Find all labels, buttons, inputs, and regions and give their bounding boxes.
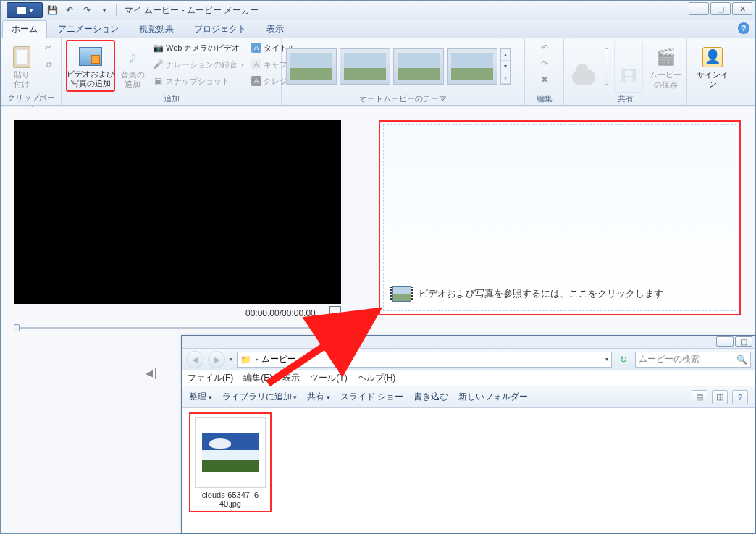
refresh-button[interactable]: ↻	[616, 352, 631, 367]
view-mode-button[interactable]: ▤	[692, 390, 707, 404]
address-bar[interactable]: 📁 ▸ ムービー ▾	[237, 352, 612, 368]
group-add: ビデオおよび 写真の追加 ♪ 音楽の 追加 📷Web カメラのビデオ 🎤ナレーシ…	[62, 38, 282, 105]
rotate-left-button[interactable]: ↶	[532, 40, 558, 56]
ex-maximize-button[interactable]: ▢	[735, 336, 752, 347]
explorer-toolbar: 整理 ライブラリに追加 共有 スライド ショー 書き込む 新しいフォルダー ▤ …	[182, 386, 755, 408]
delete-icon: ✖	[539, 74, 550, 85]
file-menu-button[interactable]: ▾	[7, 2, 43, 18]
preview-pane-button[interactable]: ◫	[712, 390, 728, 404]
group-clipboard: 貼り 付け ✂ ⧉ クリップボード	[1, 38, 62, 105]
tab-animation[interactable]: アニメーション	[49, 20, 128, 38]
explorer-window: ─ ▢ ◀ ▶ ▾ 📁 ▸ ムービー ▾ ↻ ムービーの検索 🔍 ファイル(F)…	[181, 335, 756, 534]
menu-tool[interactable]: ツール(T)	[310, 372, 347, 384]
group-automovie-label: オートムービーのテーマ	[286, 93, 520, 104]
theme-gallery: ▴▾▿	[286, 48, 511, 85]
webcam-icon: 📷	[152, 42, 164, 54]
save-movie-icon: 🎬	[654, 46, 677, 69]
microphone-icon: 🎤	[152, 59, 164, 70]
rotate-right-button[interactable]: ↷	[532, 56, 558, 72]
cloud-image-icon	[202, 433, 259, 472]
toolbar-burn[interactable]: 書き込む	[413, 391, 448, 403]
tab-visual-effects[interactable]: 視覚効果	[130, 20, 183, 38]
theme-thumb[interactable]	[447, 48, 497, 85]
save-icon[interactable]: 💾	[44, 3, 60, 17]
quick-access-toolbar: ▾ 💾 ↶ ↷ ▾	[4, 2, 119, 18]
credit-icon: A	[251, 76, 261, 86]
save-movie-label: ムービー の保存	[650, 70, 681, 90]
add-music-label: 音楽の 追加	[121, 70, 145, 90]
file-item[interactable]: clouds-65347_6 40.jpg	[189, 412, 272, 512]
folder-icon: 📁	[240, 355, 251, 365]
copy-button[interactable]: ⧉	[41, 56, 56, 72]
drop-inner[interactable]: ビデオおよび写真を参照するには、ここをクリックします	[383, 124, 736, 311]
group-edit-label: 編集	[529, 93, 559, 104]
help-button[interactable]: ?	[732, 390, 748, 404]
ribbon-tabs: ホーム アニメーション 視覚効果 プロジェクト 表示 ?	[1, 20, 755, 38]
share-placeholder-button[interactable]: 🎞	[614, 41, 643, 93]
toolbar-share[interactable]: 共有	[307, 391, 330, 403]
snapshot-icon: ▣	[152, 75, 164, 87]
seek-thumb[interactable]	[14, 324, 20, 331]
explorer-file-pane[interactable]: clouds-65347_6 40.jpg	[182, 408, 755, 533]
toolbar-add-to-library[interactable]: ライブラリに追加	[222, 391, 298, 403]
seek-bar[interactable]	[14, 324, 341, 331]
separator	[116, 4, 117, 16]
window-title: マイ ムービー - ムービー メーカー	[125, 4, 259, 17]
tab-home[interactable]: ホーム	[2, 20, 47, 38]
close-button[interactable]: ✕	[732, 2, 752, 15]
redo-icon[interactable]: ↷	[79, 3, 95, 17]
paste-button[interactable]: 貼り 付け	[5, 40, 38, 92]
clipboard-icon	[13, 46, 30, 68]
signin-button[interactable]: 👤 サインイン	[692, 40, 733, 92]
snapshot-button[interactable]: ▣スナップショット	[150, 73, 246, 89]
add-videos-photos-button[interactable]: ビデオおよび 写真の追加	[66, 40, 115, 92]
nav-back-button[interactable]: ◀	[186, 351, 203, 368]
search-input[interactable]: ムービーの検索 🔍	[635, 352, 751, 368]
tab-view[interactable]: 表示	[257, 20, 293, 38]
add-music-button[interactable]: ♪ 音楽の 追加	[118, 40, 147, 92]
group-share: 🎞 🎬 ムービー の保存 共有	[564, 38, 687, 105]
save-movie-button[interactable]: 🎬 ムービー の保存	[649, 41, 682, 93]
menu-edit[interactable]: 編集(E)	[243, 372, 272, 384]
preview-player[interactable]	[14, 120, 341, 304]
webcam-video-button[interactable]: 📷Web カメラのビデオ	[150, 40, 246, 56]
toolbar-slideshow[interactable]: スライド ショー	[340, 391, 403, 403]
minimize-button[interactable]: ─	[689, 2, 709, 15]
share-online-button[interactable]	[568, 41, 599, 93]
cut-button[interactable]: ✂	[41, 40, 56, 56]
theme-thumb[interactable]	[340, 48, 390, 85]
explorer-menubar: ファイル(F) 編集(E) 表示 ツール(T) ヘルプ(H)	[182, 370, 755, 386]
address-dropdown-icon[interactable]: ▾	[605, 356, 608, 363]
gallery-scroll[interactable]: ▴▾▿	[500, 48, 511, 85]
prev-frame-button[interactable]: ◀│	[146, 368, 159, 378]
address-path: ムービー	[261, 353, 296, 365]
help-icon[interactable]: ?	[738, 22, 749, 34]
theme-thumb[interactable]	[286, 48, 337, 85]
tab-project[interactable]: プロジェクト	[185, 20, 256, 38]
group-edit: ↶ ↷ ✖ 編集	[525, 38, 564, 105]
ex-minimize-button[interactable]: ─	[716, 336, 734, 347]
add-media-label: ビデオおよび 写真の追加	[67, 69, 114, 90]
seek-track	[14, 327, 341, 329]
group-add-label: 追加	[66, 93, 277, 104]
caption-icon: A	[251, 59, 261, 69]
storyboard-drop-panel[interactable]: ビデオおよび写真を参照するには、ここをクリックします	[379, 120, 741, 315]
menu-file[interactable]: ファイル(F)	[188, 372, 233, 384]
nav-history-dropdown[interactable]: ▾	[230, 356, 232, 363]
search-placeholder: ムービーの検索	[639, 353, 700, 365]
record-narration-button[interactable]: 🎤ナレーションの録音▾	[150, 56, 246, 72]
toolbar-organize[interactable]: 整理	[189, 391, 212, 403]
share-gallery-scroll[interactable]	[605, 48, 608, 85]
fullscreen-icon[interactable]	[329, 306, 341, 315]
nav-forward-button[interactable]: ▶	[208, 351, 225, 368]
undo-icon[interactable]: ↶	[62, 3, 77, 17]
qat-dropdown-icon[interactable]: ▾	[96, 3, 112, 17]
maximize-button[interactable]: ▢	[710, 2, 731, 15]
drop-hint-label: ビデオおよび写真を参照するには、ここをクリックします	[419, 287, 663, 300]
delete-button[interactable]: ✖	[532, 72, 558, 88]
toolbar-new-folder[interactable]: 新しいフォルダー	[458, 391, 528, 403]
menu-help[interactable]: ヘルプ(H)	[358, 372, 396, 384]
theme-thumb[interactable]	[393, 48, 444, 85]
signin-label: サインイン	[696, 70, 729, 90]
menu-view[interactable]: 表示	[282, 372, 300, 384]
